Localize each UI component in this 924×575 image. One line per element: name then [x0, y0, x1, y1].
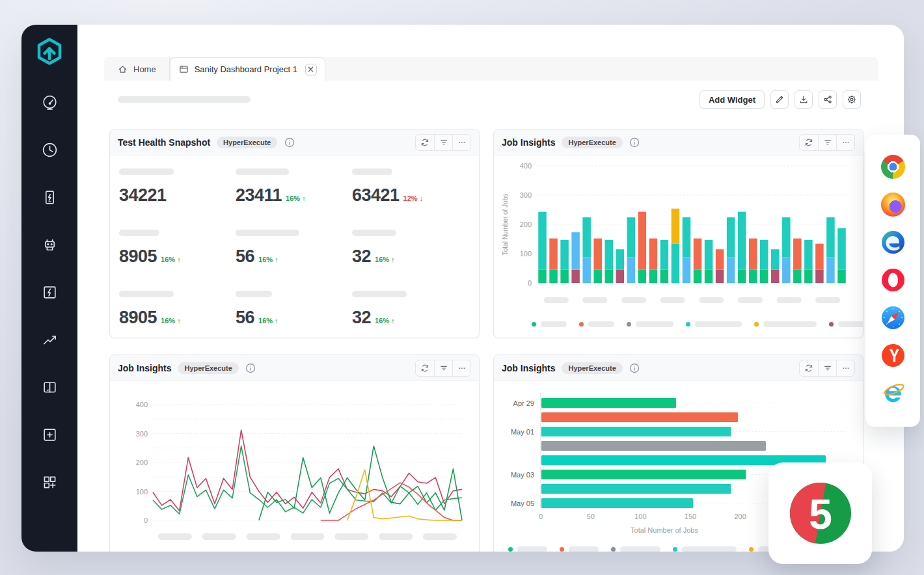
- refresh-icon: [420, 364, 429, 373]
- tab-sanity-dashboard[interactable]: Sanity Dashboard Project 1: [170, 57, 325, 81]
- stat-label-skeleton: [236, 230, 299, 236]
- stat-cell: 890516% ↑: [119, 291, 236, 328]
- legend-dot: [749, 547, 754, 552]
- stat-delta: 16% ↑: [375, 317, 395, 325]
- legend-dot: [560, 547, 564, 552]
- share-button[interactable]: [819, 90, 837, 109]
- legend-dot: [754, 322, 759, 327]
- legend-item[interactable]: [686, 321, 742, 327]
- legend-item[interactable]: [627, 321, 673, 327]
- filter-button[interactable]: [434, 360, 452, 376]
- widget-title: Job Insights: [118, 363, 171, 373]
- lambdatest-logo-icon[interactable]: [34, 36, 64, 66]
- refresh-button[interactable]: [416, 135, 434, 150]
- widget-button-group: [799, 360, 855, 377]
- stat-value: 56: [236, 308, 254, 328]
- settings-button[interactable]: [843, 90, 861, 109]
- svg-text:50: 50: [587, 513, 595, 520]
- widget-store-grid-icon[interactable]: [41, 474, 59, 491]
- device-bolt-icon[interactable]: [41, 189, 59, 206]
- info-icon[interactable]: [629, 137, 640, 148]
- svg-text:400: 400: [136, 401, 148, 408]
- sidebar-nav: [41, 94, 59, 491]
- info-icon[interactable]: [629, 362, 640, 373]
- more-options-button[interactable]: [452, 360, 470, 376]
- stat-delta: 16% ↑: [161, 256, 181, 263]
- filter-button[interactable]: [434, 135, 452, 150]
- widget-title: Test Health Snapshot: [118, 137, 210, 148]
- more-options-button[interactable]: [452, 135, 470, 150]
- analytics-trend-icon[interactable]: [41, 331, 59, 349]
- stat-value: 8905: [119, 308, 157, 328]
- ellipsis-icon: [457, 364, 467, 373]
- new-dashboard-plus-icon[interactable]: [41, 426, 59, 444]
- firefox-icon[interactable]: [881, 193, 905, 217]
- tab-home[interactable]: Home: [104, 57, 170, 81]
- svg-text:200: 200: [136, 459, 148, 466]
- legend-item[interactable]: [579, 321, 614, 327]
- hyperexecute-badge: HyperExecute: [562, 137, 622, 148]
- safari-icon[interactable]: [881, 306, 905, 330]
- widget-header: Job Insights HyperExecute: [110, 355, 479, 381]
- legend-item[interactable]: [508, 546, 547, 552]
- stat-label-skeleton: [352, 291, 407, 297]
- yandex-icon[interactable]: [881, 343, 905, 368]
- hyperexecute-badge: HyperExecute: [562, 362, 622, 374]
- widget-title: Job Insights: [502, 363, 555, 373]
- refresh-button[interactable]: [800, 135, 818, 150]
- dashboard-tab-icon: [178, 64, 189, 75]
- compare-split-icon[interactable]: [41, 379, 59, 396]
- widget-header: Test Health Snapshot HyperExecute: [110, 129, 479, 155]
- chrome-icon[interactable]: [881, 155, 905, 179]
- opera-icon[interactable]: [881, 268, 905, 292]
- filter-icon: [439, 364, 448, 373]
- stat-label-skeleton: [352, 230, 396, 236]
- edge-icon[interactable]: [881, 230, 905, 254]
- line-chart: 0100200300400: [110, 381, 479, 549]
- legend-skeleton: [636, 321, 673, 327]
- stat-delta: 12% ↓: [403, 194, 424, 202]
- svg-text:100: 100: [520, 250, 532, 258]
- desktop-background: Home Sanity Dashboard Project 1 Add Widg…: [0, 0, 924, 575]
- refresh-button[interactable]: [416, 360, 434, 376]
- svg-text:0: 0: [144, 516, 148, 524]
- stat-delta: 16% ↑: [286, 194, 306, 202]
- share-icon: [822, 94, 833, 105]
- download-button[interactable]: [795, 90, 813, 109]
- widget-job-insights-stacked: Job Insights HyperExecute 0100200300400T…: [493, 129, 863, 338]
- svg-text:400: 400: [520, 162, 532, 170]
- legend-dot: [686, 322, 690, 327]
- refresh-button[interactable]: [800, 360, 818, 376]
- automation-robot-icon[interactable]: [41, 236, 59, 254]
- legend-item[interactable]: [754, 321, 817, 327]
- widget-job-insights-line: Job Insights HyperExecute 0100200300400: [109, 354, 480, 552]
- legend-item[interactable]: [673, 546, 737, 552]
- tab-close-button[interactable]: [305, 64, 317, 75]
- history-clock-icon[interactable]: [41, 141, 59, 159]
- add-widget-button[interactable]: Add Widget: [700, 90, 765, 109]
- legend-item[interactable]: [611, 546, 660, 552]
- svg-text:Apr 29: Apr 29: [513, 399, 534, 407]
- refresh-icon: [420, 138, 429, 147]
- info-icon[interactable]: [284, 137, 295, 148]
- dashboard-gauge-icon[interactable]: [41, 94, 59, 111]
- filter-button[interactable]: [818, 360, 836, 376]
- stat-value: 32: [352, 308, 371, 328]
- svg-text:May 05: May 05: [511, 500, 534, 507]
- hyperexecute-bolt-icon[interactable]: [41, 284, 59, 301]
- ellipsis-icon: [841, 138, 850, 147]
- legend-item[interactable]: [829, 321, 863, 327]
- filter-button[interactable]: [818, 135, 836, 150]
- legend-item[interactable]: [532, 321, 567, 327]
- legend-item[interactable]: [560, 546, 599, 552]
- stat-label-skeleton: [352, 168, 392, 175]
- internet-explorer-icon[interactable]: [881, 381, 905, 405]
- stat-delta: 16% ↑: [375, 256, 395, 263]
- edit-button[interactable]: [770, 90, 789, 109]
- more-options-button[interactable]: [836, 135, 854, 150]
- svg-text:0: 0: [528, 279, 532, 287]
- info-icon[interactable]: [245, 362, 256, 373]
- close-icon: [308, 66, 314, 72]
- more-options-button[interactable]: [836, 360, 854, 376]
- stat-value: 32: [352, 247, 371, 267]
